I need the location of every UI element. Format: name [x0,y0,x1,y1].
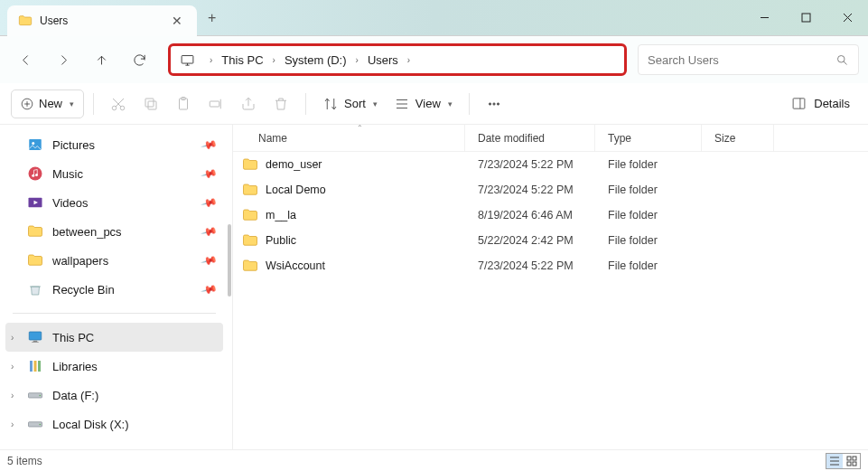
chevron-right-icon: › [264,55,285,65]
folder-icon [242,182,258,198]
tab-current[interactable]: Users ✕ [7,5,197,36]
details-pane-button[interactable]: Details [784,96,857,111]
column-header-size[interactable]: Size [702,125,774,151]
file-type: File folder [595,259,702,272]
column-date-label: Date modified [478,132,545,145]
pc-icon [180,52,195,68]
sidebar-item-music[interactable]: Music📌 [5,159,223,188]
sidebar-item-label: This PC [52,331,94,344]
svg-rect-27 [34,361,37,372]
sort-label: Sort [344,97,366,110]
crumb-this-pc[interactable]: This PC [221,53,263,67]
copy-button[interactable] [135,89,166,118]
tab-close-button[interactable]: ✕ [168,14,186,28]
file-row[interactable]: m__la8/19/2024 6:46 AMFile folder [233,203,868,228]
file-name: Local Demo [266,184,326,196]
sort-button[interactable]: Sort ▾ [315,89,385,118]
file-type: File folder [595,184,702,196]
chevron-right-icon[interactable]: › [11,419,14,429]
breadcrumb[interactable]: › This PC › System (D:) › Users › [168,43,627,76]
file-row[interactable]: Public5/22/2024 2:42 PMFile folder [233,228,868,253]
libraries-icon [27,358,43,374]
delete-button[interactable] [266,89,296,118]
drive-icon [27,416,43,432]
chevron-right-icon[interactable]: › [11,333,14,343]
sidebar-item-label: Pictures [52,138,95,152]
sidebar-item-label: wallpapers [52,254,108,268]
sidebar-item-libraries[interactable]: ›Libraries [5,352,223,381]
new-button[interactable]: New ▾ [11,89,84,118]
file-row[interactable]: demo_user7/23/2024 5:22 PMFile folder [233,152,868,177]
sidebar-item-data-f-[interactable]: ›Data (F:) [5,381,223,410]
sidebar-item-this-pc[interactable]: ›This PC [5,323,223,352]
pc-icon [27,329,43,345]
crumb-drive[interactable]: System (D:) [285,53,347,67]
file-name: demo_user [266,158,322,171]
pin-icon: 📌 [201,165,219,183]
file-date: 5/22/2024 2:42 PM [465,234,595,247]
sort-icon [322,96,339,112]
sidebar-item-label: Recycle Bin [52,283,115,297]
file-row[interactable]: WsiAccount7/23/2024 5:22 PMFile folder [233,253,868,278]
up-button[interactable] [83,43,119,76]
search-box[interactable] [638,44,859,75]
sidebar-item-label: Music [52,167,83,181]
music-icon [27,165,43,182]
back-button[interactable] [7,43,43,76]
search-input[interactable] [648,53,835,67]
column-type-label: Type [608,132,631,145]
new-tab-button[interactable]: + [197,10,227,26]
sidebar-item-between-pcs[interactable]: between_pcs📌 [5,217,223,246]
column-header-date[interactable]: Date modified [465,125,595,151]
thumbnail-view-button[interactable] [844,454,860,468]
forward-button[interactable] [45,43,81,76]
sidebar-item-recycle-bin[interactable]: Recycle Bin📌 [5,275,223,304]
column-header-type[interactable]: Type [595,125,702,151]
view-button[interactable]: View ▾ [387,89,460,118]
svg-rect-28 [38,361,41,372]
file-name: m__la [266,209,296,221]
pin-icon: 📌 [201,136,219,154]
chevron-right-icon[interactable]: › [11,391,14,400]
sidebar-item-label: Videos [52,196,89,210]
sidebar: Pictures📌Music📌Videos📌between_pcs📌wallpa… [0,125,233,449]
share-button[interactable] [233,89,264,118]
more-button[interactable] [479,89,509,118]
svg-point-7 [838,55,845,62]
scrollbar-thumb[interactable] [228,224,231,297]
column-name-label: Name [258,132,287,145]
column-header-name[interactable]: Name ⌃ [233,125,465,151]
cut-button[interactable] [103,89,134,118]
svg-point-23 [32,174,34,177]
crumb-users[interactable]: Users [368,53,398,67]
drive-icon [27,387,43,403]
sidebar-item-wallpapers[interactable]: wallpapers📌 [5,246,223,275]
file-date: 7/23/2024 5:22 PM [465,259,595,272]
sidebar-divider [13,313,216,314]
paste-button[interactable] [168,89,199,118]
folder-icon [242,156,258,173]
rename-button[interactable] [201,89,231,118]
sidebar-item-pictures[interactable]: Pictures📌 [5,130,223,159]
sidebar-item-label: between_pcs [52,225,122,239]
file-type: File folder [595,209,702,221]
svg-rect-6 [182,55,193,62]
details-view-button[interactable] [826,454,843,468]
sidebar-item-local-disk-x-[interactable]: ›Local Disk (X:) [5,410,223,438]
sidebar-item-label: Data (F:) [52,389,98,402]
svg-rect-29 [847,457,851,460]
svg-point-17 [493,102,495,104]
minimize-button[interactable] [743,0,785,35]
chevron-down-icon: ▾ [70,99,74,108]
refresh-button[interactable] [121,43,157,76]
titlebar: Users ✕ + [0,0,868,36]
svg-rect-32 [853,462,856,466]
chevron-down-icon: ▾ [373,99,378,108]
close-button[interactable] [826,0,868,35]
folder-icon [242,258,258,274]
chevron-right-icon[interactable]: › [11,362,14,372]
sidebar-item-videos[interactable]: Videos📌 [5,188,223,217]
file-row[interactable]: Local Demo7/23/2024 5:22 PMFile folder [233,177,868,203]
svg-rect-31 [847,462,851,466]
maximize-button[interactable] [785,0,826,35]
